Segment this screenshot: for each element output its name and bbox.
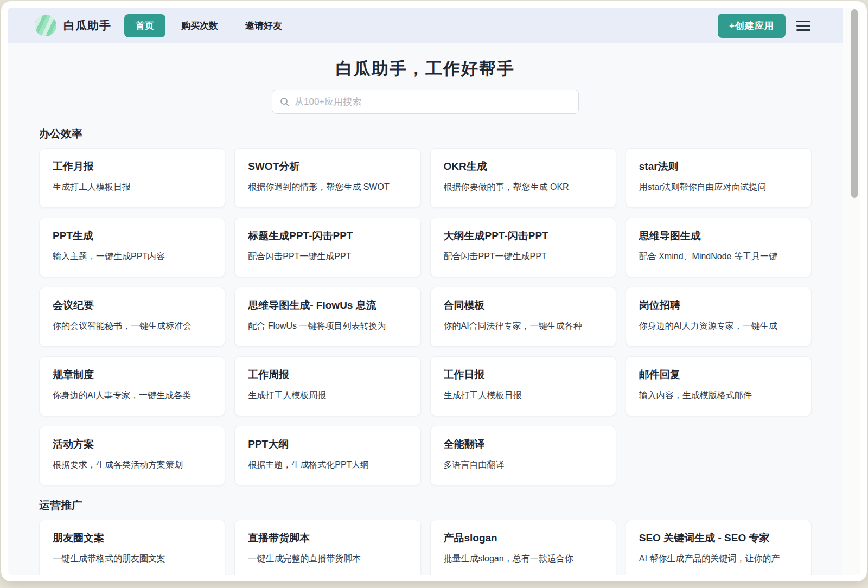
section-title: 运营推广 [39,498,812,513]
app-surface: 白瓜助手 首页购买次数邀请好友 +创建应用 白瓜助手，工作好帮手 办公效率工作月… [8,8,860,575]
scrollbar-track[interactable] [843,8,860,575]
app-card[interactable]: OKR生成根据你要做的事，帮您生成 OKR [430,148,616,208]
app-card[interactable]: 思维导图生成配合 Xmind、MindNode 等工具一键 [626,218,812,277]
app-card-description: 用star法则帮你自由应对面试提问 [639,182,798,193]
app-card-title: SWOT分析 [248,159,407,174]
app-card[interactable]: 活动方案根据要求，生成各类活动方案策划 [39,426,225,485]
app-card[interactable]: 全能翻译多语言自由翻译 [430,426,616,485]
app-card[interactable]: 邮件回复输入内容，生成模版格式邮件 [626,356,812,416]
app-card[interactable]: 工作日报生成打工人模板日报 [430,356,616,416]
nav-item-1[interactable]: 购买次数 [170,14,229,37]
app-card-title: 思维导图生成- FlowUs 息流 [248,298,407,312]
app-card-title: OKR生成 [444,159,603,174]
app-card-title: 活动方案 [53,437,212,451]
section-title: 办公效率 [39,126,812,141]
app-card-description: 输入内容，生成模版格式邮件 [639,390,798,401]
app-card-description: AI 帮你生成产品的关键词，让你的产 [639,553,798,565]
menu-hamburger-icon[interactable] [796,21,810,31]
create-app-button[interactable]: +创建应用 [718,14,786,38]
app-card-grid: 朋友圈文案一键生成带格式的朋友圈文案直播带货脚本一键生成完整的直播带货脚本产品s… [39,520,812,575]
scrollbar-thumb[interactable] [851,9,858,198]
app-card[interactable]: 会议纪要你的会议智能秘书，一键生成标准会 [39,287,225,347]
app-card-title: PPT大纲 [248,437,407,451]
brand-name: 白瓜助手 [63,18,111,33]
app-card-description: 输入主题，一键生成PPT内容 [53,251,212,263]
app-card-title: 工作月报 [53,159,212,174]
app-card[interactable]: 朋友圈文案一键生成带格式的朋友圈文案 [39,520,225,575]
app-card-description: 根据主题，生成格式化PPT大纲 [248,459,407,471]
app-card-description: 生成打工人模板日报 [53,182,212,193]
app-card-description: 一键生成带格式的朋友圈文案 [53,553,212,565]
app-card[interactable]: PPT大纲根据主题，生成格式化PPT大纲 [234,426,420,485]
app-card-title: 工作周报 [248,368,407,382]
app-window: 白瓜助手 首页购买次数邀请好友 +创建应用 白瓜助手，工作好帮手 办公效率工作月… [1,1,867,581]
app-card-title: 合同模板 [444,298,603,312]
header-right: +创建应用 [718,14,810,38]
app-card-description: 配合 Xmind、MindNode 等工具一键 [639,251,798,263]
app-card-description: 你身边的AI人力资源专家，一键生成 [639,321,798,332]
app-card-title: 会议纪要 [53,298,212,312]
app-card-description: 配合闪击PPT一键生成PPT [444,251,603,263]
app-card[interactable]: 工作月报生成打工人模板日报 [39,148,225,208]
search-input[interactable] [295,97,571,107]
app-card-title: 标题生成PPT-闪击PPT [248,229,407,243]
app-card[interactable]: 工作周报生成打工人模板周报 [234,356,420,416]
app-card-title: 大纲生成PPT-闪击PPT [444,229,603,243]
app-card-description: 生成打工人模板日报 [444,390,603,401]
app-card-title: 思维导图生成 [639,229,798,243]
app-card-description: 批量生成slogan，总有一款适合你 [444,553,603,565]
app-card-description: 你身边的AI人事专家，一键生成各类 [53,390,212,401]
app-card-description: 根据你遇到的情形，帮您生成 SWOT [248,182,407,193]
app-card-title: 岗位招聘 [639,298,798,312]
app-card[interactable]: 标题生成PPT-闪击PPT配合闪击PPT一键生成PPT [234,218,420,277]
app-card-title: 邮件回复 [639,368,798,382]
search-icon [280,97,290,107]
app-card-description: 你的会议智能秘书，一键生成标准会 [53,321,212,332]
app-card-title: 直播带货脚本 [248,531,407,545]
app-card-title: 全能翻译 [444,437,603,451]
app-card[interactable]: 直播带货脚本一键生成完整的直播带货脚本 [234,520,420,575]
app-card[interactable]: 产品slogan批量生成slogan，总有一款适合你 [430,520,616,575]
app-card-description: 根据要求，生成各类活动方案策划 [53,459,212,471]
app-card[interactable]: 思维导图生成- FlowUs 息流配合 FlowUs 一键将项目列表转换为 [234,287,420,347]
brand-logo-icon[interactable] [35,15,56,36]
app-card[interactable]: star法则用star法则帮你自由应对面试提问 [626,148,812,208]
app-card-title: PPT生成 [53,229,212,243]
app-card[interactable]: 合同模板你的AI合同法律专家，一键生成各种 [430,287,616,347]
nav-item-0[interactable]: 首页 [124,14,165,37]
app-card-description: 生成打工人模板周报 [248,390,407,401]
page-title: 白瓜助手，工作好帮手 [8,57,843,80]
app-card[interactable]: SWOT分析根据你遇到的情形，帮您生成 SWOT [234,148,420,208]
app-card[interactable]: 规章制度你身边的AI人事专家，一键生成各类 [39,356,225,416]
app-card[interactable]: SEO 关键词生成 - SEO 专家AI 帮你生成产品的关键词，让你的产 [626,520,812,575]
app-card[interactable]: 岗位招聘你身边的AI人力资源专家，一键生成 [626,287,812,347]
app-card-description: 多语言自由翻译 [444,459,603,471]
app-card-description: 配合闪击PPT一键生成PPT [248,251,407,263]
top-navbar: 白瓜助手 首页购买次数邀请好友 +创建应用 [8,8,843,43]
header-nav: 首页购买次数邀请好友 [124,14,293,37]
app-card-title: 规章制度 [53,368,212,382]
app-card-title: 产品slogan [444,531,603,545]
app-search-box[interactable] [272,90,579,114]
app-card-title: 工作日报 [444,368,603,382]
app-card[interactable]: PPT生成输入主题，一键生成PPT内容 [39,218,225,277]
app-card-title: 朋友圈文案 [53,531,212,545]
app-card-title: SEO 关键词生成 - SEO 专家 [639,531,798,545]
app-card[interactable]: 大纲生成PPT-闪击PPT配合闪击PPT一键生成PPT [430,218,616,277]
content-area: 白瓜助手 首页购买次数邀请好友 +创建应用 白瓜助手，工作好帮手 办公效率工作月… [8,8,843,575]
nav-item-2[interactable]: 邀请好友 [234,14,293,37]
app-card-description: 一键生成完整的直播带货脚本 [248,553,407,565]
app-card-description: 配合 FlowUs 一键将项目列表转换为 [248,321,407,332]
app-card-title: star法则 [639,159,798,174]
app-card-description: 你的AI合同法律专家，一键生成各种 [444,321,603,332]
app-card-grid: 工作月报生成打工人模板日报SWOT分析根据你遇到的情形，帮您生成 SWOTOKR… [39,148,812,485]
app-card-description: 根据你要做的事，帮您生成 OKR [444,182,603,193]
sections-container: 办公效率工作月报生成打工人模板日报SWOT分析根据你遇到的情形，帮您生成 SWO… [8,114,843,575]
